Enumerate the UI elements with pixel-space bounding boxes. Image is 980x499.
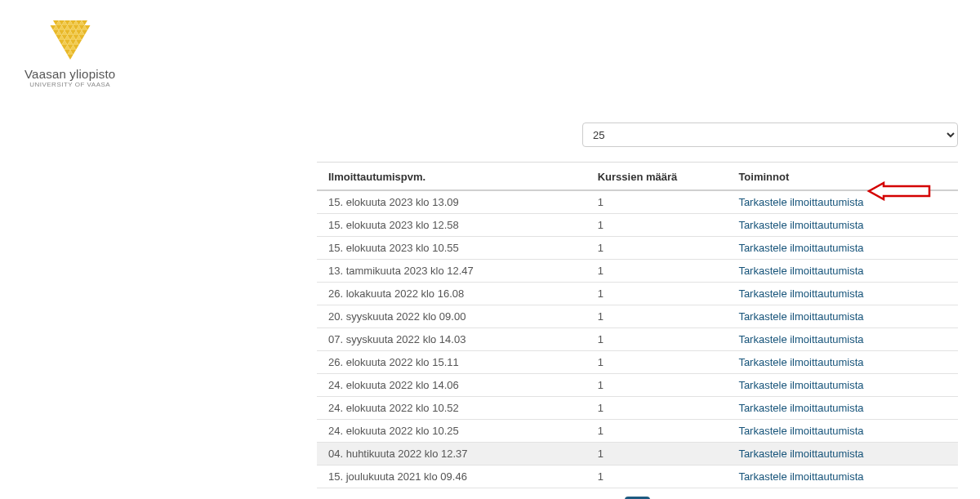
row-action-cell: Tarkastele ilmoittautumista	[727, 328, 958, 351]
row-count: 1	[586, 466, 728, 488]
row-date: 20. syyskuuta 2022 klo 09.00	[317, 305, 586, 328]
row-date: 24. elokuuta 2022 klo 14.06	[317, 374, 586, 397]
row-count: 1	[586, 305, 728, 328]
row-action-cell: Tarkastele ilmoittautumista	[727, 305, 958, 328]
row-count: 1	[586, 260, 728, 283]
view-enrollment-link[interactable]: Tarkastele ilmoittautumista	[738, 425, 863, 437]
view-enrollment-link[interactable]: Tarkastele ilmoittautumista	[738, 287, 863, 300]
row-date: 04. huhtikuuta 2022 klo 12.37	[317, 443, 586, 466]
table-row: 15. elokuuta 2023 klo 12.581Tarkastele i…	[317, 214, 958, 237]
heart-icon	[47, 20, 92, 60]
table-row: 26. lokakuuta 2022 klo 16.081Tarkastele …	[317, 283, 958, 305]
view-enrollment-link[interactable]: Tarkastele ilmoittautumista	[738, 448, 863, 460]
row-action-cell: Tarkastele ilmoittautumista	[727, 420, 958, 443]
row-action-cell: Tarkastele ilmoittautumista	[727, 351, 958, 374]
column-actions: Toiminnot	[727, 163, 958, 191]
view-enrollment-link[interactable]: Tarkastele ilmoittautumista	[738, 379, 863, 391]
logo-title: Vaasan yliopisto	[24, 67, 115, 81]
view-enrollment-link[interactable]: Tarkastele ilmoittautumista	[738, 470, 863, 483]
svg-marker-59	[68, 55, 74, 60]
row-count: 1	[586, 351, 728, 374]
row-date: 15. elokuuta 2023 klo 10.55	[317, 237, 586, 260]
view-enrollment-link[interactable]: Tarkastele ilmoittautumista	[738, 402, 863, 414]
row-count: 1	[586, 214, 728, 237]
view-enrollment-link[interactable]: Tarkastele ilmoittautumista	[738, 265, 863, 277]
row-count: 1	[586, 420, 728, 443]
table-row: 24. elokuuta 2022 klo 10.521Tarkastele i…	[317, 397, 958, 420]
row-action-cell: Tarkastele ilmoittautumista	[727, 443, 958, 466]
row-count: 1	[586, 443, 728, 466]
row-date: 24. elokuuta 2022 klo 10.25	[317, 420, 586, 443]
table-row: 04. huhtikuuta 2022 klo 12.371Tarkastele…	[317, 443, 958, 466]
row-date: 15. elokuuta 2023 klo 13.09	[317, 190, 586, 214]
row-date: 15. elokuuta 2023 klo 12.58	[317, 214, 586, 237]
pagination: ‹ 1 ›	[317, 488, 958, 499]
row-count: 1	[586, 328, 728, 351]
view-enrollment-link[interactable]: Tarkastele ilmoittautumista	[738, 310, 863, 323]
row-count: 1	[586, 283, 728, 305]
row-action-cell: Tarkastele ilmoittautumista	[727, 190, 958, 214]
row-action-cell: Tarkastele ilmoittautumista	[727, 466, 958, 488]
view-enrollment-link[interactable]: Tarkastele ilmoittautumista	[738, 333, 863, 345]
row-count: 1	[586, 190, 728, 214]
view-enrollment-link[interactable]: Tarkastele ilmoittautumista	[738, 219, 863, 231]
row-date: 26. lokakuuta 2022 klo 16.08	[317, 283, 586, 305]
row-action-cell: Tarkastele ilmoittautumista	[727, 260, 958, 283]
row-count: 1	[586, 397, 728, 420]
row-action-cell: Tarkastele ilmoittautumista	[727, 374, 958, 397]
row-action-cell: Tarkastele ilmoittautumista	[727, 237, 958, 260]
row-date: 07. syyskuuta 2022 klo 14.03	[317, 328, 586, 351]
table-row: 20. syyskuuta 2022 klo 09.001Tarkastele …	[317, 305, 958, 328]
table-row: 15. elokuuta 2023 klo 10.551Tarkastele i…	[317, 237, 958, 260]
table-row: 24. elokuuta 2022 klo 10.251Tarkastele i…	[317, 420, 958, 443]
row-action-cell: Tarkastele ilmoittautumista	[727, 214, 958, 237]
table-row: 24. elokuuta 2022 klo 14.061Tarkastele i…	[317, 374, 958, 397]
table-row: 13. tammikuuta 2023 klo 12.471Tarkastele…	[317, 260, 958, 283]
row-count: 1	[586, 374, 728, 397]
table-row: 26. elokuuta 2022 klo 15.111Tarkastele i…	[317, 351, 958, 374]
row-action-cell: Tarkastele ilmoittautumista	[727, 397, 958, 420]
row-date: 24. elokuuta 2022 klo 10.52	[317, 397, 586, 420]
row-date: 15. joulukuuta 2021 klo 09.46	[317, 466, 586, 488]
row-count: 1	[586, 237, 728, 260]
row-date: 26. elokuuta 2022 klo 15.11	[317, 351, 586, 374]
page-size-select[interactable]: 25	[582, 123, 958, 147]
logo-subtitle: UNIVERSITY OF VAASA	[24, 81, 115, 88]
logo: Vaasan yliopisto UNIVERSITY OF VAASA	[24, 20, 115, 88]
table-row: 07. syyskuuta 2022 klo 14.031Tarkastele …	[317, 328, 958, 351]
view-enrollment-link[interactable]: Tarkastele ilmoittautumista	[738, 196, 863, 208]
row-date: 13. tammikuuta 2023 klo 12.47	[317, 260, 586, 283]
view-enrollment-link[interactable]: Tarkastele ilmoittautumista	[738, 242, 863, 254]
column-count: Kurssien määrä	[586, 163, 728, 191]
table-row: 15. joulukuuta 2021 klo 09.461Tarkastele…	[317, 466, 958, 488]
enrollments-table: Ilmoittautumispvm. Kurssien määrä Toimin…	[317, 162, 958, 488]
column-date: Ilmoittautumispvm.	[317, 163, 586, 191]
row-action-cell: Tarkastele ilmoittautumista	[727, 283, 958, 305]
table-row: 15. elokuuta 2023 klo 13.091Tarkastele i…	[317, 190, 958, 214]
view-enrollment-link[interactable]: Tarkastele ilmoittautumista	[738, 356, 863, 368]
